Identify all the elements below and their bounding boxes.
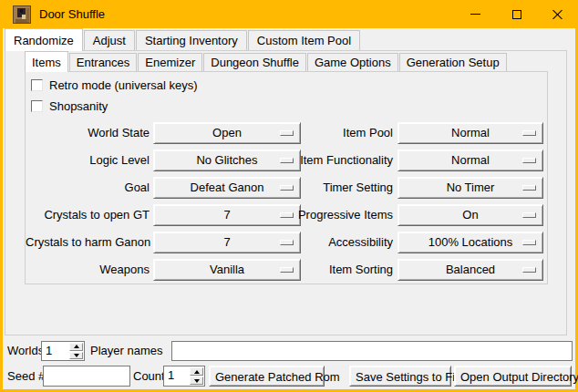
- worlds-spinbox[interactable]: 1: [41, 341, 85, 361]
- maximize-button[interactable]: [496, 0, 537, 28]
- dropdown-indicator-icon: [522, 267, 536, 273]
- setting-row: Weapons Vanilla Item Sorting Balanced: [26, 259, 547, 281]
- maximize-icon: [512, 10, 521, 19]
- dropdown-value: Balanced: [398, 260, 542, 280]
- spin-down-icon: [74, 354, 79, 357]
- dropdown-value: 100% Locations: [398, 232, 542, 253]
- dropdown-indicator-icon: [522, 130, 536, 136]
- dropdown-value: On: [398, 205, 542, 225]
- tab-game-options[interactable]: Game Options: [307, 53, 398, 71]
- setting-row: Goal Defeat Ganon Timer Setting No Timer: [26, 177, 547, 199]
- setting-row: Crystals to open GT 7 Progressive Items …: [26, 204, 547, 226]
- tab-entrances[interactable]: Entrances: [69, 53, 138, 71]
- close-icon: [552, 9, 563, 20]
- item-sorting-label: Item Sorting: [244, 259, 393, 281]
- worlds-spin-buttons: [69, 343, 83, 359]
- count-value: 1: [164, 366, 189, 386]
- spin-up-icon: [194, 370, 200, 374]
- weapons-label: Weapons: [26, 259, 150, 281]
- dropdown-value: Normal: [398, 150, 542, 170]
- window-content: Randomize Adjust Starting Inventory Cust…: [3, 28, 575, 389]
- item-pool-label: Item Pool: [244, 122, 393, 144]
- primary-tab-bar: Randomize Adjust Starting Inventory Cust…: [5, 28, 361, 50]
- worlds-value: 1: [42, 342, 68, 360]
- item-sorting-dropdown[interactable]: Balanced: [397, 259, 543, 281]
- window: Door Shuffle Randomize Adjust Starting I…: [0, 0, 578, 392]
- tab-items[interactable]: Items: [25, 51, 68, 72]
- accessibility-label: Accessibility: [244, 232, 393, 253]
- window-title: Door Shuffle: [39, 7, 105, 21]
- worlds-label: Worlds: [7, 341, 44, 361]
- goal-label: Goal: [26, 177, 150, 199]
- world-state-label: World State: [26, 122, 150, 144]
- close-button[interactable]: [537, 0, 578, 28]
- dropdown-value: No Timer: [398, 178, 542, 198]
- retro-mode-checkbox[interactable]: [31, 79, 43, 91]
- count-label: Count: [133, 366, 165, 387]
- item-pool-dropdown[interactable]: Normal: [397, 122, 543, 144]
- count-spin-down-button[interactable]: [190, 377, 203, 385]
- minimize-icon: [470, 14, 480, 15]
- progressive-items-dropdown[interactable]: On: [397, 204, 543, 226]
- dropdown-indicator-icon: [522, 185, 536, 191]
- player-names-label: Player names: [90, 341, 162, 361]
- items-panel: Retro mode (universal keys) Shopsanity W…: [25, 71, 548, 284]
- worlds-spin-up-button[interactable]: [69, 343, 83, 351]
- logic-level-label: Logic Level: [26, 150, 150, 171]
- setting-row: Logic Level No Glitches Item Functionali…: [26, 150, 547, 171]
- open-output-directory-button[interactable]: Open Output Directory: [454, 366, 572, 387]
- timer-setting-dropdown[interactable]: No Timer: [397, 177, 543, 199]
- player-names-input[interactable]: [171, 341, 573, 361]
- spin-down-icon: [194, 379, 200, 383]
- tab-generation-setup[interactable]: Generation Setup: [399, 53, 507, 71]
- item-functionality-label: Item Functionality: [244, 150, 393, 171]
- item-functionality-dropdown[interactable]: Normal: [397, 150, 543, 171]
- accessibility-dropdown[interactable]: 100% Locations: [397, 232, 543, 253]
- setting-row: World State Open Item Pool Normal: [26, 122, 547, 144]
- dropdown-value: Normal: [398, 123, 542, 143]
- generate-patched-rom-button[interactable]: Generate Patched Rom: [209, 366, 325, 387]
- crystals-gt-label: Crystals to open GT: [26, 204, 150, 226]
- spin-up-icon: [74, 345, 79, 348]
- tab-custom-item-pool[interactable]: Custom Item Pool: [248, 30, 360, 50]
- dropdown-indicator-icon: [522, 212, 536, 218]
- save-settings-button[interactable]: Save Settings to File: [349, 366, 451, 387]
- tab-enemizer[interactable]: Enemizer: [138, 53, 202, 71]
- timer-setting-label: Timer Setting: [244, 177, 393, 199]
- titlebar: Door Shuffle: [0, 0, 578, 28]
- tab-starting-inventory[interactable]: Starting Inventory: [136, 30, 247, 50]
- secondary-tab-bar: Items Entrances Enemizer Dungeon Shuffle…: [25, 51, 508, 71]
- count-spinbox[interactable]: 1: [163, 366, 205, 387]
- window-controls: [455, 0, 578, 28]
- setting-row: Crystals to harm Ganon 7 Accessibility 1…: [26, 232, 547, 253]
- retro-mode-row: Retro mode (universal keys): [31, 77, 198, 92]
- shopsanity-checkbox[interactable]: [31, 100, 43, 112]
- worlds-spin-down-button[interactable]: [69, 352, 83, 360]
- dropdown-indicator-icon: [522, 158, 536, 163]
- minimize-button[interactable]: [455, 0, 496, 28]
- count-spin-buttons: [190, 367, 203, 385]
- seed-label: Seed #: [7, 366, 45, 387]
- tab-adjust[interactable]: Adjust: [84, 30, 135, 50]
- shopsanity-row: Shopsanity: [31, 98, 108, 113]
- shopsanity-label: Shopsanity: [49, 99, 108, 113]
- seed-input[interactable]: [43, 366, 130, 387]
- count-spin-up-button[interactable]: [190, 367, 203, 376]
- crystals-ganon-label: Crystals to harm Ganon: [26, 232, 150, 253]
- door-icon: [13, 5, 31, 24]
- retro-mode-label: Retro mode (universal keys): [49, 78, 198, 92]
- tab-randomize[interactable]: Randomize: [5, 28, 83, 51]
- progressive-items-label: Progressive Items: [244, 204, 393, 226]
- dropdown-indicator-icon: [522, 240, 536, 245]
- tab-dungeon-shuffle[interactable]: Dungeon Shuffle: [203, 53, 306, 71]
